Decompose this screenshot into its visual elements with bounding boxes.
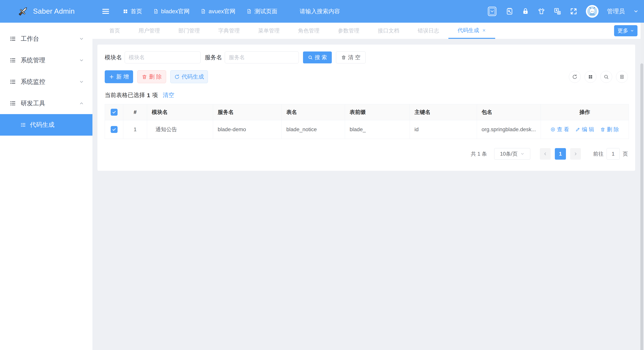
chevron-down-icon[interactable] [633,9,639,14]
tab-user-management[interactable]: 用户管理 [129,23,169,39]
pencil-icon [575,127,580,132]
tab-param-management[interactable]: 参数管理 [329,23,368,39]
top-menu-item-bladex[interactable]: bladex官网 [153,8,190,15]
add-button[interactable]: 新 增 [105,70,133,83]
top-menu-item-avuex[interactable]: avuex官网 [200,8,235,15]
tab-error-log[interactable]: 错误日志 [408,23,448,39]
sidebar-item-label: 代码生成 [30,121,54,129]
tab-dept-management[interactable]: 部门管理 [169,23,209,39]
next-page-button[interactable] [570,148,581,160]
tab-label: 部门管理 [178,27,200,34]
page-number-button[interactable]: 1 [555,148,566,160]
service-name-label: 服务名 [205,54,222,62]
clear-filters-button[interactable]: 清 空 [336,52,366,63]
tab-codegen[interactable]: 代码生成 [448,23,495,39]
more-tabs-button[interactable]: 更多 [614,25,638,36]
tags-dropdown-button[interactable] [487,6,497,16]
document-icon [200,9,206,14]
sidebar-item-system-management[interactable]: 系统管理 [0,50,92,71]
avatar-image [586,5,598,17]
cell-service: blade-demo [213,120,282,139]
brand[interactable]: Saber Admin [0,0,92,23]
table-density-button[interactable] [616,71,628,83]
toggle-search-button[interactable] [600,71,612,83]
column-header-pk[interactable]: 主键名 [410,104,477,120]
data-table: # 模块名 服务名 表名 表前缀 主键名 包名 操作 [105,104,629,139]
search-button[interactable]: 搜 索 [303,52,332,63]
view-link[interactable]: 查 看 [550,126,569,133]
close-icon[interactable] [482,29,486,32]
grid-icon [588,74,593,79]
list-icon [10,79,16,85]
fullscreen-button[interactable] [570,8,578,15]
more-tabs-label: 更多 [618,27,628,34]
sidebar-item-label: 工作台 [21,35,39,43]
list-icon [10,100,16,107]
tab-bar: 首页 用户管理 部门管理 字典管理 菜单管理 角色管理 参数管理 接口文档 错误… [92,23,644,39]
sidebar-item-codegen[interactable]: 代码生成 [0,114,92,136]
top-menu-item-test-page[interactable]: 测试页面 [246,8,277,15]
column-header-module[interactable]: 模块名 [147,104,213,120]
hamburger-icon [101,7,110,16]
delete-button-label: 删 除 [149,73,162,81]
select-all-checkbox[interactable] [111,109,118,116]
scrollbar-thumb[interactable] [640,63,643,350]
top-menu-item-home[interactable]: 首页 [123,8,142,15]
column-settings-button[interactable] [584,71,596,83]
edit-link[interactable]: 编 辑 [575,126,594,133]
delete-button[interactable]: 删 除 [137,70,166,83]
top-header: Saber Admin 首页 bladex官网 avuex官网 测试页面 [0,0,644,23]
column-header-service[interactable]: 服务名 [213,104,282,120]
language-button[interactable] [554,8,561,15]
tab-api-docs[interactable]: 接口文档 [368,23,408,39]
scrollbar-track[interactable] [640,23,644,350]
theme-button[interactable] [538,8,545,15]
sidebar-item-label: 研发工具 [21,99,45,108]
sidebar-item-dev-tools[interactable]: 研发工具 [0,93,92,114]
codegen-button[interactable]: 代码生成 [170,70,208,83]
delete-link[interactable]: 删 除 [600,126,619,133]
lock-icon [522,8,529,15]
column-header-index[interactable]: # [123,104,147,120]
add-button-label: 新 增 [116,73,129,81]
plus-icon [109,74,114,80]
tab-label: 接口文档 [378,27,399,34]
refresh-table-button[interactable] [569,71,581,83]
selection-suffix: 项 [152,91,158,99]
row-checkbox[interactable] [111,126,118,133]
main-area: 首页 用户管理 部门管理 字典管理 菜单管理 角色管理 参数管理 接口文档 错误… [92,23,644,350]
tab-label: 菜单管理 [258,27,280,34]
page-unit-label: 页 [623,150,628,157]
column-header-prefix[interactable]: 表前缀 [345,104,410,120]
debug-log-button[interactable] [506,8,514,15]
sidebar-item-workbench[interactable]: 工作台 [0,28,92,50]
column-header-ops: 操作 [541,104,629,120]
translate-icon [554,8,561,15]
avatar[interactable] [586,5,598,18]
table-toolbar: 新 增 删 除 代码生成 [105,70,628,83]
sidebar-item-system-monitor[interactable]: 系统监控 [0,71,92,93]
module-name-input[interactable] [125,52,200,63]
page-size-select[interactable]: 10条/页 [494,148,530,160]
tshirt-icon [538,8,545,15]
column-header-package[interactable]: 包名 [477,104,541,120]
module-name-label: 模块名 [105,54,122,62]
user-name[interactable]: 管理员 [607,7,625,15]
sidebar-collapse-button[interactable] [101,7,110,16]
goto-page-input[interactable] [606,148,620,160]
tab-dict-management[interactable]: 字典管理 [209,23,249,39]
table-row[interactable]: 1 通知公告 blade-demo blade_notice blade_ id… [105,120,629,139]
header-search-input[interactable]: 请输入搜索内容 [300,8,368,15]
view-link-label: 查 看 [557,126,569,133]
app-title: Saber Admin [33,7,74,15]
lock-screen-button[interactable] [522,8,529,15]
tab-home[interactable]: 首页 [100,23,129,39]
tab-menu-management[interactable]: 菜单管理 [249,23,289,39]
service-name-input[interactable] [225,52,299,63]
tab-role-management[interactable]: 角色管理 [289,23,329,39]
tab-label: 字典管理 [218,27,240,34]
prev-page-button[interactable] [540,148,550,160]
clear-selection-link[interactable]: 清空 [163,91,174,99]
content-card: 模块名 服务名 搜 索 清 空 新 增 删 除 [98,45,635,171]
column-header-table[interactable]: 表名 [282,104,345,120]
